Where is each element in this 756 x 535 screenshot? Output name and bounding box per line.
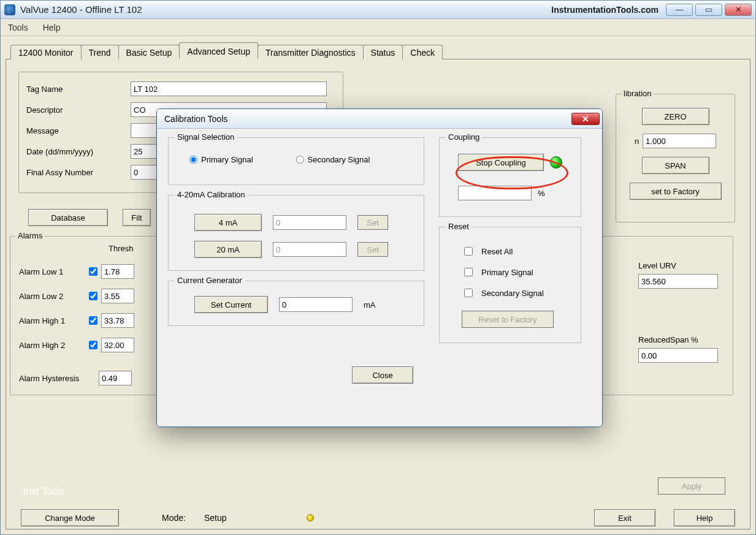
ma-calibration-legend: 4-20mA Calibration [175,190,248,199]
tab-transmitter-diagnostics[interactable]: Transmitter Diagnostics [258,45,364,59]
ma-unit: mA [364,300,376,309]
tab-status[interactable]: Status [363,45,403,59]
alarm-low2-value[interactable] [101,289,134,303]
tab-check[interactable]: Check [402,45,443,59]
window-close-button[interactable]: ✕ [725,4,752,16]
secondary-signal-radio[interactable]: Secondary Signal [296,155,370,164]
date-label: Date (dd/mm/yyyy) [26,147,131,156]
inst-tools-watermark: Inst Tools [23,486,64,497]
tab-basic-setup[interactable]: Basic Setup [118,45,180,59]
calibration-legend-partial: libration [621,89,654,98]
alarm-low2-check[interactable] [89,292,97,300]
reset-to-factory-partial-button[interactable]: set to Factory [630,183,722,200]
reduced-span-input[interactable] [638,348,718,363]
dialog-close-button[interactable]: ✕ [571,113,600,125]
alarm-high1-label: Alarm High 1 [19,316,86,325]
tag-name-input[interactable] [131,82,327,96]
minimize-button[interactable]: — [666,4,693,16]
calibration-group-partial: libration ZERO n SPAN set to Factory [616,94,735,222]
help-button[interactable]: Help [674,509,735,526]
mode-value: Setup [204,513,227,523]
coupling-group: Coupling Stop Coupling % [439,137,581,217]
maximize-button[interactable]: ▭ [695,4,722,16]
window-title: ValVue 12400 - Offline LT 102 [20,4,142,15]
app-icon [4,4,15,15]
menubar: Tools Help [1,19,755,36]
alarm-high1-value[interactable] [101,313,134,328]
alarm-high2-value[interactable] [101,338,134,352]
20ma-button[interactable]: 20 mA [194,241,262,258]
menu-tools[interactable]: Tools [4,20,32,35]
coupling-legend: Coupling [446,132,482,142]
n-label: n [635,137,639,146]
zero-button[interactable]: ZERO [642,108,709,125]
20ma-set-button[interactable]: Set [357,242,388,257]
signal-selection-legend: Signal Selection [175,132,237,142]
titlebar-watermark: InstrumentationTools.com [551,5,659,15]
dialog-close-lower-button[interactable]: Close [352,366,413,384]
alarm-low2-label: Alarm Low 2 [19,292,86,301]
tab-12400-monitor[interactable]: 12400 Monitor [10,45,82,59]
apply-button[interactable]: Apply [658,477,725,495]
bottom-bar: Change Mode Mode: Setup Exit Help [21,509,735,526]
20ma-value-input [273,242,346,257]
reset-legend: Reset [446,222,472,231]
menu-help[interactable]: Help [39,20,64,35]
filter-button[interactable]: Filt [123,209,151,226]
alarm-low1-value[interactable] [101,264,134,279]
reset-secondary-check[interactable] [464,289,473,297]
current-generator-legend: Current Generator [175,276,245,285]
reset-primary-label: Primary Signal [481,268,533,277]
set-current-input[interactable] [279,297,353,312]
mode-label: Mode: [162,513,186,523]
reset-all-label: Reset All [481,247,513,256]
level-urv-input[interactable] [638,274,718,289]
set-current-button[interactable]: Set Current [194,296,268,313]
alarm-hysteresis-value[interactable] [99,371,132,385]
reset-all-check[interactable] [464,247,473,256]
alarm-low1-check[interactable] [89,267,97,276]
4ma-value-input [273,215,346,230]
tab-advanced-setup[interactable]: Advanced Setup [179,42,258,59]
alarm-low1-label: Alarm Low 1 [19,267,86,276]
n-input[interactable] [643,134,716,148]
dialog-titlebar: Calibration Tools ✕ [157,109,602,129]
level-urv-label: Level URV [638,261,676,270]
signal-selection-group: Signal Selection Primary Signal Secondar… [168,137,424,185]
status-dot-icon [307,514,314,522]
alarm-high2-check[interactable] [89,341,97,349]
reset-to-factory-button[interactable]: Reset to Factory [462,311,554,328]
alarms-legend: Alarms [15,231,45,240]
alarm-hysteresis-label: Alarm Hysteresis [19,374,99,383]
reduced-span-label: ReducedSpan % [638,335,698,344]
primary-signal-radio[interactable]: Primary Signal [189,155,253,164]
descriptor-label: Descriptor [26,105,131,115]
final-assy-label: Final Assy Number [26,168,131,177]
calibration-tools-dialog: Calibration Tools ✕ Signal Selection Pri… [156,108,603,427]
stop-coupling-button[interactable]: Stop Coupling [458,154,544,171]
reset-primary-check[interactable] [464,268,473,276]
coupling-indicator-icon [550,156,562,169]
reset-group: Reset Reset All Primary Signal Secondary… [439,227,581,343]
reset-secondary-label: Secondary Signal [481,289,544,298]
4ma-set-button[interactable]: Set [357,215,388,230]
threshold-header: Thresh [109,244,133,253]
dialog-title: Calibration Tools [164,114,227,124]
dialog-body: Signal Selection Primary Signal Secondar… [157,129,602,427]
tag-name-label: Tag Name [26,85,131,94]
ma-calibration-group: 4-20mA Calibration 4 mA Set 20 mA Set [168,195,424,271]
alarm-high2-label: Alarm High 2 [19,341,86,350]
exit-button[interactable]: Exit [594,509,655,526]
tab-trend[interactable]: Trend [81,45,119,59]
tabstrip: 12400 Monitor Trend Basic Setup Advanced… [6,41,750,59]
titlebar: ValVue 12400 - Offline LT 102 Instrument… [1,1,755,19]
change-mode-button[interactable]: Change Mode [21,509,119,526]
percent-unit: % [538,189,545,198]
4ma-button[interactable]: 4 mA [194,214,262,231]
current-generator-group: Current Generator Set Current mA [168,281,424,326]
coupling-percent-input[interactable] [458,186,532,200]
database-button[interactable]: Database [28,209,108,226]
span-button[interactable]: SPAN [642,157,709,174]
main-window: ValVue 12400 - Offline LT 102 Instrument… [0,0,756,535]
alarm-high1-check[interactable] [89,316,97,325]
